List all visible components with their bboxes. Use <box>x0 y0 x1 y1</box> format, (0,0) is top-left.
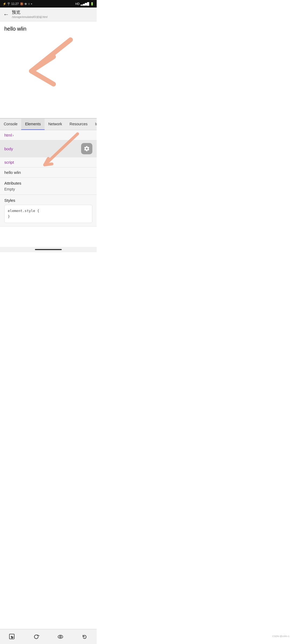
attributes-section: Attributes Empty <box>0 178 97 195</box>
back-button[interactable]: ← <box>3 11 9 18</box>
devtools-tabs: Console Elements Network Resources Info <box>0 119 97 130</box>
annotation-arrow-1 <box>0 21 97 118</box>
styles-title: Styles <box>4 198 92 203</box>
attributes-title: Attributes <box>4 181 92 185</box>
styles-section: Styles element.style { } <box>0 195 97 226</box>
tree-row-body[interactable]: body <box>0 140 97 157</box>
home-indicator <box>0 247 97 252</box>
tag-body: body <box>4 147 13 151</box>
html-chevron: › <box>12 133 14 137</box>
page-title: 预览 <box>12 10 48 15</box>
tree-row-text[interactable]: hello wlin <box>0 167 97 178</box>
tree-row-script[interactable]: script <box>0 157 97 167</box>
hd-label: HD <box>75 2 80 5</box>
status-extra-icons: 🔕 ⊕ ☆ • <box>20 2 32 6</box>
status-bar: ⚡ 于 11:27 🔕 ⊕ ☆ • HD ▂▄▆█ 🔋 <box>0 0 97 8</box>
tab-console[interactable]: Console <box>0 119 21 130</box>
tab-elements[interactable]: Elements <box>21 119 44 130</box>
home-bar <box>35 249 62 250</box>
signal-icon: ▂▄▆█ <box>81 2 89 6</box>
tree-row-html[interactable]: html › <box>0 130 97 140</box>
page-subtitle: /storage/emulated/0/前端.html <box>12 15 48 19</box>
status-right: HD ▂▄▆█ 🔋 <box>75 2 94 6</box>
tab-resources[interactable]: Resources <box>66 119 91 130</box>
styles-code: element.style { } <box>4 205 92 223</box>
attributes-value: Empty <box>4 187 92 191</box>
tab-network[interactable]: Network <box>45 119 66 130</box>
battery-icon: 🔋 <box>90 2 94 6</box>
preview-text: hello wlin <box>4 26 92 32</box>
settings-button[interactable] <box>81 143 92 154</box>
preview-area: hello wlin <box>0 21 97 118</box>
status-left: ⚡ 于 11:27 🔕 ⊕ ☆ • <box>3 2 32 6</box>
devtools-panel: Console Elements Network Resources Info … <box>0 118 97 226</box>
tag-script: script <box>4 160 14 164</box>
status-icons: ⚡ 于 <box>3 2 10 6</box>
gear-icon <box>84 145 90 152</box>
tree-text-content: hello wlin <box>4 170 21 175</box>
tag-html: html <box>4 133 12 137</box>
status-time: 11:27 <box>11 2 19 5</box>
tab-info[interactable]: Info <box>91 119 97 130</box>
svg-line-0 <box>31 57 54 71</box>
toolbar-title: 预览 /storage/emulated/0/前端.html <box>12 10 48 19</box>
elements-tree: html › body script hello wlin <box>0 130 97 178</box>
browser-toolbar: ← 预览 /storage/emulated/0/前端.html <box>0 8 97 21</box>
